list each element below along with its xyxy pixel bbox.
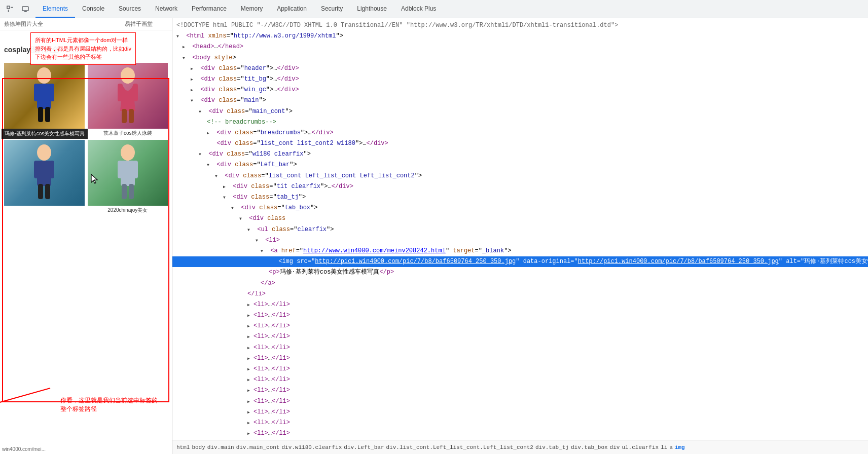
dom-head[interactable]: <head>…</head> [172, 42, 868, 52]
dom-html[interactable]: <html xmlns="http://www.w3.org/1999/xhtm… [172, 31, 868, 42]
dom-li-13[interactable]: <li>…</li> [172, 418, 868, 428]
tab-network[interactable]: Network [148, 0, 185, 18]
dom-li-8[interactable]: <li>…</li> [172, 364, 868, 374]
breadcrumb-body[interactable]: body [192, 444, 205, 450]
dom-li-7[interactable]: <li>…</li> [172, 353, 868, 364]
tab-adblock[interactable]: Adblock Plus [394, 0, 443, 18]
expand-body[interactable] [183, 53, 189, 63]
inspect-icon[interactable] [4, 3, 16, 15]
expand-html[interactable] [176, 31, 183, 41]
svg-rect-11 [45, 107, 50, 122]
breadcrumb-div-main[interactable]: div.main [207, 444, 234, 450]
breadcrumb-ul[interactable]: ul.clearfix [622, 444, 659, 450]
expand-div-w1180[interactable] [199, 149, 205, 159]
tab-sources[interactable]: Sources [112, 0, 148, 18]
annotation-text: 所有的HTML元素都像一个dom对一样排列着，都是具有层级结构的，比如div下边… [35, 37, 131, 60]
tab-memory[interactable]: Memory [234, 0, 270, 18]
tab-performance[interactable]: Performance [185, 0, 234, 18]
dom-div-leftlistcont[interactable]: <div class="list_cont Left_list_cont Lef… [172, 171, 868, 181]
svg-point-17 [37, 144, 51, 161]
main-area: 蔡徐坤图片大全 易祥千画堂 所有的HTML元素都像一个dom对一样排列着，都是具… [0, 18, 868, 454]
dom-div-maincont[interactable]: <div class="main_cont"> [172, 106, 868, 117]
expand-div-leftlistcont[interactable] [215, 171, 221, 181]
svg-rect-24 [121, 161, 135, 186]
dom-div-main[interactable]: <div class="main"> [172, 95, 868, 106]
image-item-2: 茨木童子cos诱人泳装 [88, 63, 168, 137]
dom-ul-clearfix[interactable]: <ul class="clearfix"> [172, 224, 868, 235]
url-hint: win4000.com/mei... [2, 446, 46, 452]
dom-li-5[interactable]: <li>…</li> [172, 331, 868, 342]
dom-li-3[interactable]: <li>…</li> [172, 310, 868, 321]
expand-div-class[interactable] [239, 214, 245, 223]
expand-div-leftbar[interactable] [207, 160, 213, 170]
svg-rect-15 [122, 109, 127, 123]
dom-div-tit[interactable]: <div class="tit clearfix">…</div> [172, 181, 868, 192]
annotation-box: 所有的HTML元素都像一个dom对一样排列着，都是具有层级结构的，比如div下边… [30, 32, 136, 65]
dom-li-10[interactable]: <li>…</li> [172, 385, 868, 396]
breadcrumb-div-leftbar[interactable]: div.Left_bar [344, 444, 384, 450]
dom-li-first[interactable]: <li> [172, 235, 868, 246]
image-placeholder-3 [4, 140, 85, 206]
tab-lighthouse[interactable]: Lighthouse [350, 0, 394, 18]
svg-point-6 [37, 67, 51, 84]
dom-div-leftbar[interactable]: <div class="Left_bar"> [172, 160, 868, 170]
dom-div-tabbox[interactable]: <div class="tab_box"> [172, 203, 868, 213]
dom-li-9[interactable]: <li>…</li> [172, 374, 868, 385]
dom-li-12[interactable]: <li>…</li> [172, 407, 868, 418]
dom-doctype: <!DOCTYPE html PUBLIC "-//W3C//DTD XHTML… [172, 20, 868, 31]
tab-console[interactable]: Console [75, 0, 112, 18]
devtools-elements-panel: <!DOCTYPE html PUBLIC "-//W3C//DTD XHTML… [172, 18, 868, 454]
expand-div-breadcrumbs[interactable] [207, 128, 213, 138]
expand-a-link[interactable] [261, 246, 267, 256]
expand-div-maincont[interactable] [199, 107, 205, 117]
expand-div-header[interactable] [191, 64, 197, 73]
breadcrumb-div-tabbox[interactable]: div.tab_box [571, 444, 608, 450]
dom-li-6[interactable]: <li>…</li> [172, 343, 868, 353]
svg-rect-10 [38, 107, 43, 122]
svg-rect-25 [118, 161, 123, 178]
image-item-4: 2020chinajoy美女 [88, 140, 168, 214]
dom-p-caption[interactable]: <p>玛修·基列莱特cos美女性感车模写真</p> [172, 267, 868, 278]
image-placeholder-1 [4, 63, 85, 129]
breadcrumb-html[interactable]: html [176, 444, 190, 450]
svg-rect-20 [49, 161, 54, 178]
dom-div-tabtj[interactable]: <div class="tab_tj"> [172, 192, 868, 203]
dom-div-titbg[interactable]: <div class="tit_bg">…</div> [172, 74, 868, 85]
dom-div-listcont2[interactable]: <div class="list_cont list_cont2 w1180">… [172, 138, 868, 149]
dom-div-header[interactable]: <div class="header">…</div> [172, 63, 868, 74]
expand-div-tit[interactable] [223, 182, 229, 192]
tab-elements[interactable]: Elements [35, 0, 75, 18]
dom-body[interactable]: <body style> [172, 53, 868, 63]
image-placeholder-2 [88, 63, 168, 129]
dom-a-link[interactable]: <a href="http://www.win4000.com/meinv208… [172, 246, 868, 256]
expand-div-tabbox[interactable] [231, 203, 237, 213]
bottom-annotation: 你看，这里就是我们当前选中标签的整个标签路径 [60, 396, 162, 413]
dom-div-breadcrumbs[interactable]: <div class="breadcrumbs">…</div> [172, 128, 868, 138]
dom-div-w1180[interactable]: <div class="w1180 clearfix"> [172, 149, 868, 160]
dom-li-11[interactable]: <li>…</li> [172, 396, 868, 407]
expand-li-first[interactable] [256, 236, 262, 245]
breadcrumb-div-w1180[interactable]: div.w1180.clearfix [281, 444, 342, 450]
dom-li-2[interactable]: <li>…</li> [172, 299, 868, 310]
breadcrumb-div-tabtj[interactable]: div.tab_tj [535, 444, 569, 450]
expand-div-main[interactable] [191, 96, 197, 105]
expand-div-tabtj[interactable] [223, 193, 229, 202]
dom-li-14[interactable]: <li>…</li> [172, 428, 868, 439]
tab-application[interactable]: Application [270, 0, 314, 18]
breadcrumb-div[interactable]: div [610, 444, 620, 450]
breadcrumb-img[interactable]: img [675, 444, 685, 450]
dom-div-wingc[interactable]: <div class="win_gc">…</div> [172, 85, 868, 95]
breadcrumb-div-leftlistcont[interactable]: div.list_cont.Left_list_cont.Left_list_c… [386, 444, 533, 450]
tab-security[interactable]: Security [314, 0, 350, 18]
breadcrumb-a[interactable]: a [669, 444, 673, 450]
dom-div-class[interactable]: <div class [172, 213, 868, 224]
breadcrumb-div-maincont[interactable]: div.main_cont [236, 444, 280, 450]
expand-div-titbg[interactable] [191, 74, 197, 84]
device-icon[interactable] [19, 3, 31, 15]
expand-div-wingc[interactable] [191, 85, 197, 95]
expand-head[interactable] [183, 42, 189, 52]
dom-img-selected[interactable]: <img src="http://pic1.win4000.com/pic/7/… [172, 256, 868, 267]
breadcrumb-li[interactable]: li [661, 444, 667, 450]
dom-li-4[interactable]: <li>…</li> [172, 321, 868, 331]
expand-ul-clearfix[interactable] [247, 225, 254, 235]
